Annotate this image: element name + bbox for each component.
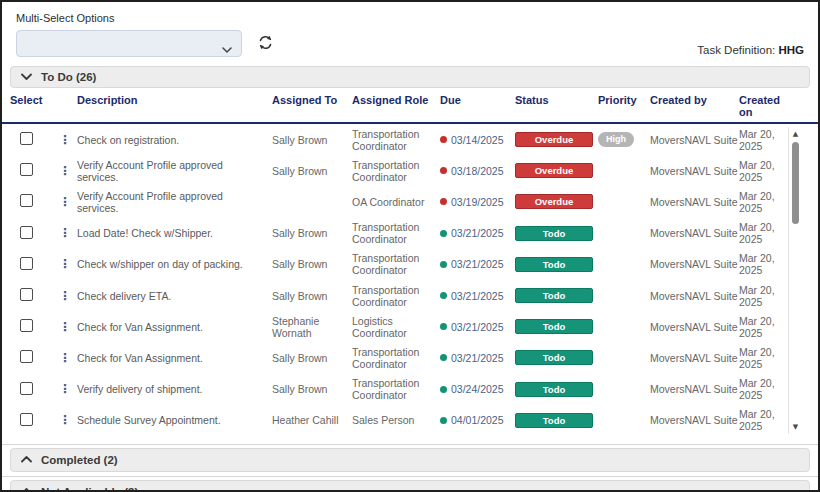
created-by: MoversNAVL Suite — [650, 321, 739, 333]
scroll-up-icon[interactable]: ▲ — [793, 130, 798, 138]
select-cell — [10, 226, 59, 241]
toolbar: Multi-Select Options — [2, 2, 818, 62]
assigned-role: Transportation Coordinator — [352, 128, 440, 152]
kebab-menu-icon[interactable]: ⋮ — [59, 321, 71, 333]
scrollbar[interactable]: ▲ ▼ — [788, 127, 802, 434]
row-checkbox[interactable] — [20, 413, 33, 426]
created-by: MoversNAVL Suite — [650, 352, 739, 364]
assigned-to: Sally Brown — [272, 227, 352, 239]
due-status-dot — [440, 261, 447, 268]
row-menu: ⋮ — [59, 258, 77, 270]
status-cell: Todo — [515, 413, 598, 428]
chevron-down-icon — [21, 71, 32, 83]
due-date: 03/14/2025 — [451, 134, 504, 146]
due-date: 03/21/2025 — [451, 321, 504, 333]
status-cell: Todo — [515, 319, 598, 334]
assigned-role: Transportation Coordinator — [352, 346, 440, 370]
due-date: 03/19/2025 — [451, 196, 504, 208]
select-cell — [10, 163, 59, 178]
column-header: Created by — [650, 94, 739, 118]
assigned-role: Transportation Coordinator — [352, 221, 440, 245]
select-cell — [10, 288, 59, 303]
task-description: Schedule Survey Appointment. — [77, 414, 272, 426]
row-checkbox[interactable] — [20, 257, 33, 270]
due-cell: 03/19/2025 — [440, 196, 515, 208]
created-on: Mar 20, 2025 — [739, 315, 791, 339]
column-header: Assigned Role — [352, 94, 440, 118]
multi-select-label: Multi-Select Options — [16, 12, 804, 24]
section-completed-header[interactable]: Completed (2) — [10, 448, 810, 472]
select-cell — [10, 257, 59, 272]
column-header: Created on — [739, 94, 791, 118]
refresh-button[interactable] — [257, 34, 274, 54]
refresh-icon — [257, 34, 274, 54]
assigned-role: Transportation Coordinator — [352, 377, 440, 401]
due-status-dot — [440, 230, 447, 237]
multi-select-dropdown[interactable] — [16, 30, 242, 57]
column-header: Priority — [598, 94, 650, 118]
status-cell: Overdue — [515, 194, 598, 209]
assigned-to: Sally Brown — [272, 352, 352, 364]
due-date: 03/21/2025 — [451, 290, 504, 302]
row-menu: ⋮ — [59, 290, 77, 302]
task-description: Check w/shipper on day of packing. — [77, 258, 272, 270]
kebab-menu-icon[interactable]: ⋮ — [59, 227, 71, 239]
task-description: Verify Account Profile approved services… — [77, 159, 272, 183]
due-cell: 03/21/2025 — [440, 258, 515, 270]
section-not-applicable-header[interactable]: Not Applicable (3) — [10, 480, 810, 492]
table-row: ⋮ Check for Van Assignment. Sally Brown … — [2, 342, 818, 373]
status-badge: Overdue — [515, 163, 593, 178]
due-status-dot — [440, 198, 447, 205]
table-row: ⋮ Verify delivery of shipment. Sally Bro… — [2, 374, 818, 405]
row-checkbox[interactable] — [20, 194, 33, 207]
kebab-menu-icon[interactable]: ⋮ — [59, 258, 71, 270]
task-description: Check delivery ETA. — [77, 290, 272, 302]
column-header: Assigned To — [272, 94, 352, 118]
row-menu: ⋮ — [59, 134, 77, 146]
due-cell: 04/01/2025 — [440, 414, 515, 426]
section-completed-title: Completed (2) — [41, 454, 118, 466]
status-cell: Overdue — [515, 132, 598, 147]
row-checkbox[interactable] — [20, 382, 33, 395]
kebab-menu-icon[interactable]: ⋮ — [59, 352, 71, 364]
section-todo-title: To Do (26) — [41, 71, 96, 83]
due-cell: 03/18/2025 — [440, 165, 515, 177]
row-checkbox[interactable] — [20, 163, 33, 176]
status-badge: Todo — [515, 319, 593, 334]
row-checkbox[interactable] — [20, 288, 33, 301]
kebab-menu-icon[interactable]: ⋮ — [59, 290, 71, 302]
todo-table-body: ⋮ Check on registration. Sally Brown Tra… — [2, 124, 818, 437]
row-checkbox[interactable] — [20, 319, 33, 332]
scrollbar-thumb[interactable] — [792, 142, 799, 224]
task-description: Check for Van Assignment. — [77, 321, 272, 333]
kebab-menu-icon[interactable]: ⋮ — [59, 196, 71, 208]
table-row: ⋮ Check delivery ETA. Sally Brown Transp… — [2, 280, 818, 311]
select-cell — [10, 132, 59, 147]
scroll-down-icon[interactable]: ▼ — [793, 423, 798, 431]
kebab-menu-icon[interactable]: ⋮ — [59, 414, 71, 426]
created-by: MoversNAVL Suite — [650, 414, 739, 426]
assigned-role: OA Coordinator — [352, 196, 440, 208]
due-date: 03/21/2025 — [451, 352, 504, 364]
assigned-role: Sales Person — [352, 414, 440, 426]
kebab-menu-icon[interactable]: ⋮ — [59, 383, 71, 395]
table-row: ⋮ Check on registration. Sally Brown Tra… — [2, 124, 818, 155]
assigned-role: Transportation Coordinator — [352, 252, 440, 276]
kebab-menu-icon[interactable]: ⋮ — [59, 165, 71, 177]
task-definition-label: Task Definition: — [697, 44, 775, 56]
due-status-dot — [440, 386, 447, 393]
row-checkbox[interactable] — [20, 350, 33, 363]
row-checkbox[interactable] — [20, 226, 33, 239]
created-on: Mar 20, 2025 — [739, 284, 791, 308]
row-checkbox[interactable] — [20, 132, 33, 145]
created-on: Mar 20, 2025 — [739, 128, 791, 152]
section-todo-header[interactable]: To Do (26) — [10, 66, 810, 88]
task-definition-value: HHG — [778, 44, 804, 56]
task-description: Check for Van Assignment. — [77, 352, 272, 364]
section-divider — [2, 476, 818, 477]
kebab-menu-icon[interactable]: ⋮ — [59, 134, 71, 146]
status-badge: Todo — [515, 350, 593, 365]
row-menu: ⋮ — [59, 196, 77, 208]
status-cell: Overdue — [515, 163, 598, 178]
status-cell: Todo — [515, 226, 598, 241]
